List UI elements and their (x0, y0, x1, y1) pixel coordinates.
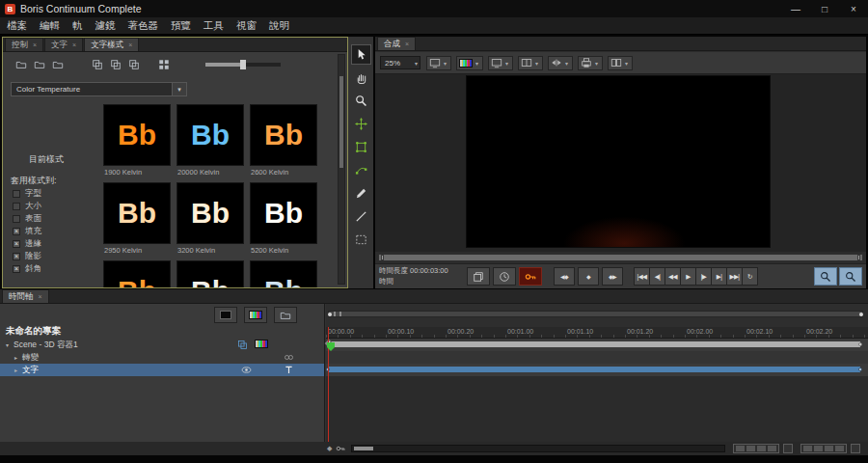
menu-item-shader[interactable]: 著色器 (128, 19, 159, 33)
style-preset[interactable]: Bb1900 Kelvin (103, 104, 176, 182)
preset-thumbnail[interactable]: Bb (176, 104, 244, 166)
preset-thumbnail[interactable]: Bb (103, 260, 171, 287)
checkbox-edge[interactable]: × (13, 240, 20, 248)
chevron-down-icon[interactable]: ▾ (172, 83, 186, 95)
prev-keyframe-button[interactable]: ◀◆ (554, 267, 575, 286)
scrollbar-thumb[interactable] (339, 76, 343, 168)
node-tool[interactable] (351, 160, 371, 180)
step-forward-button[interactable]: |▶ (695, 267, 712, 286)
record-key-button[interactable] (519, 267, 542, 286)
folder-open-button[interactable] (30, 57, 48, 73)
zoom-level-select[interactable]: 25% ▾ (380, 56, 420, 69)
move-tool[interactable] (351, 114, 371, 134)
slider-thumb[interactable] (240, 60, 246, 69)
colorbars-media-button[interactable] (244, 307, 267, 323)
preview-scrub-bar[interactable] (378, 254, 863, 261)
timeline-h-scrollbar[interactable] (351, 445, 725, 452)
layout-single-button[interactable] (851, 444, 860, 453)
style-preset[interactable]: Bb3200 Kelvin (176, 182, 250, 260)
minimize-button[interactable]: — (781, 0, 810, 17)
preset-thumbnail[interactable]: Bb (103, 104, 171, 166)
tab-composite[interactable]: 合成 × (377, 37, 416, 50)
folder-delete-button[interactable] (48, 57, 67, 73)
blank-media-button[interactable] (214, 307, 237, 323)
expander-icon[interactable]: ▸ (13, 354, 19, 361)
layout-single-button[interactable] (783, 444, 793, 453)
style-category-dropdown[interactable]: Color Temperature ▾ (11, 82, 187, 96)
menu-item-track[interactable]: 軌 (72, 19, 83, 33)
style-preset[interactable]: Bb5200 Kelvin (250, 182, 323, 260)
checkbox-bevel[interactable]: × (13, 265, 20, 273)
preset-scrollbar[interactable] (338, 54, 345, 285)
clip-bar[interactable] (328, 341, 860, 347)
marquee-tool[interactable] (351, 230, 371, 250)
menu-item-preview[interactable]: 預覽 (171, 19, 191, 33)
playhead[interactable] (328, 327, 329, 442)
grid-view-button[interactable] (154, 57, 173, 73)
clip-end-handle[interactable] (858, 342, 862, 346)
style-preset[interactable]: Bb (176, 260, 250, 287)
multi-view-button[interactable]: ▾ (608, 56, 633, 70)
checkbox-font[interactable]: × (13, 190, 20, 198)
clock-button[interactable] (493, 267, 516, 286)
jump-end-button[interactable]: ▶▶| (726, 267, 743, 286)
scrub-handle-left[interactable] (381, 255, 384, 260)
tracks-canvas[interactable] (326, 339, 868, 442)
monitor-view-button[interactable]: ▾ (426, 56, 451, 70)
scrub-handle-right[interactable] (857, 255, 860, 260)
style-preset[interactable]: Bb2950 Kelvin (103, 182, 176, 260)
range-end-handle[interactable] (859, 313, 863, 316)
split-view-button[interactable]: ▾ (518, 56, 543, 70)
link-icon[interactable] (284, 352, 294, 363)
compare-view-button[interactable]: ▾ (548, 56, 573, 70)
preset-thumbnail[interactable]: Bb (176, 260, 244, 287)
menu-item-filter[interactable]: 濾鏡 (95, 19, 116, 33)
play-reverse-button[interactable]: ◀◀ (665, 267, 681, 286)
preset-thumbnail[interactable]: Bb (103, 182, 171, 244)
preview-canvas[interactable] (466, 75, 771, 248)
import-media-button[interactable] (274, 307, 297, 323)
close-icon[interactable]: × (72, 41, 76, 48)
close-icon[interactable]: × (405, 41, 409, 47)
layout-cells-button[interactable] (800, 444, 847, 453)
timeline-zoom-out-button[interactable] (814, 267, 837, 286)
checkbox-face[interactable]: × (13, 215, 20, 223)
timeline-zoom-in-button[interactable] (839, 267, 862, 286)
layout-cells-button[interactable] (733, 444, 779, 453)
range-start-handle[interactable] (328, 313, 332, 316)
scrub-track[interactable] (379, 255, 862, 260)
line-tool[interactable] (351, 206, 371, 227)
close-icon[interactable]: × (39, 293, 42, 300)
select-tool[interactable] (351, 44, 371, 65)
expander-icon[interactable]: ▸ (13, 367, 19, 373)
render-preview-button[interactable]: ▾ (578, 56, 603, 70)
menu-item-edit[interactable]: 編輯 (40, 19, 60, 33)
snap-icon[interactable]: ◆ (327, 445, 332, 452)
jump-start-button[interactable]: |◀◀ (634, 267, 650, 286)
clip-bar[interactable] (328, 367, 860, 372)
colorbars-view-button[interactable]: ▾ (456, 56, 483, 70)
colorbars-icon[interactable] (255, 340, 268, 348)
style-preset[interactable]: Bb20000 Kelvin (176, 104, 250, 182)
preset-thumbnail[interactable]: Bb (250, 260, 317, 287)
preset-thumbnail[interactable]: Bb (250, 104, 317, 166)
folder-new-button[interactable] (12, 57, 30, 73)
safe-area-button[interactable]: ▾ (488, 56, 513, 70)
play-button[interactable]: ▶ (680, 267, 696, 286)
thumbnail-size-slider[interactable] (205, 63, 281, 67)
pencil-tool[interactable] (351, 183, 371, 204)
maximize-button[interactable]: □ (810, 0, 839, 17)
next-frame-button[interactable]: ▶| (711, 267, 727, 286)
zoom-tool[interactable] (351, 91, 371, 111)
style-preset[interactable]: Bb (103, 260, 176, 287)
add-keyframe-button[interactable]: ◆ (578, 267, 599, 286)
loop-button[interactable]: ↻ (742, 267, 758, 286)
duplicate-style-button[interactable] (124, 57, 143, 73)
eye-icon[interactable] (241, 365, 252, 375)
clip-end-handle[interactable] (858, 368, 862, 371)
layer-stack-button[interactable] (467, 267, 490, 286)
menu-item-file[interactable]: 檔案 (7, 19, 27, 33)
track-row[interactable]: ▾Scene - 3D 容器1 (0, 339, 324, 351)
menu-item-tools[interactable]: 工具 (203, 19, 224, 33)
hand-tool[interactable] (351, 68, 371, 88)
